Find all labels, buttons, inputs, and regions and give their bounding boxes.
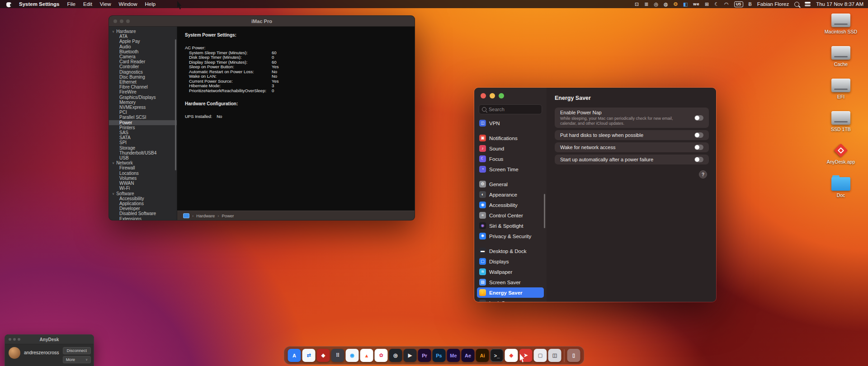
- more-button[interactable]: More ∨: [63, 356, 91, 363]
- dock-media-encoder-icon[interactable]: Me: [447, 349, 460, 362]
- chevron-down-icon[interactable]: ∨: [112, 29, 114, 34]
- menu-window[interactable]: Window: [119, 1, 137, 7]
- minimize-button[interactable]: [13, 338, 16, 341]
- search-input[interactable]: [489, 107, 539, 112]
- paint-app-status-icon[interactable]: ◧: [683, 0, 688, 8]
- tree-item-firewall[interactable]: Firewall: [109, 165, 177, 170]
- user-menu[interactable]: Fabian Florez: [757, 1, 789, 7]
- tree-item-graphics-displays[interactable]: Graphics/Displays: [109, 95, 177, 100]
- tree-item-diagnostics[interactable]: Diagnostics: [109, 70, 177, 75]
- wake-network-toggle[interactable]: [694, 145, 703, 150]
- help-button[interactable]: ?: [699, 170, 707, 178]
- desktop-icon-ssd-1tb[interactable]: SSD 1TB: [831, 111, 851, 132]
- hard-disks-sleep-toggle[interactable]: [694, 132, 703, 138]
- tree-item-card-reader[interactable]: Card Reader: [109, 59, 177, 64]
- settings-item-accessibility[interactable]: ◉ Accessibility: [477, 200, 544, 210]
- tree-item-spi[interactable]: SPI: [109, 140, 177, 145]
- settings-item-privacy-security[interactable]: ✱ Privacy & Security: [477, 231, 544, 241]
- tree-item-controller[interactable]: Controller: [109, 64, 177, 69]
- tree-item-accessibility[interactable]: Accessibility: [109, 196, 177, 201]
- window-manager-status-icon[interactable]: ⊞: [705, 0, 709, 8]
- dock-white-app-icon[interactable]: ▢: [534, 349, 547, 362]
- settings-item-screen-saver[interactable]: ▧ Screen Saver: [477, 277, 544, 287]
- zoom-button[interactable]: [18, 338, 20, 341]
- tree-item-ata[interactable]: ATA: [109, 34, 177, 39]
- input-source-indicator[interactable]: US: [734, 1, 743, 7]
- dock-safari-icon[interactable]: ◉: [346, 349, 359, 362]
- tree-section-hardware[interactable]: ∨ Hardware: [109, 29, 177, 34]
- dock-premiere-pro-icon[interactable]: Pr: [418, 349, 431, 362]
- dock-obs-icon[interactable]: ◎: [389, 349, 402, 362]
- settings-item-appearance[interactable]: ◐ Appearance: [477, 189, 544, 200]
- dock-app-store-icon[interactable]: A: [288, 349, 301, 362]
- settings-item-notifications[interactable]: ▣ Notifications: [477, 133, 544, 143]
- settings-item-displays[interactable]: ▢ Displays: [477, 256, 544, 267]
- dock-gallery-icon[interactable]: ◫: [548, 349, 561, 362]
- disconnect-button[interactable]: Disconnect: [63, 347, 91, 354]
- breadcrumb-power[interactable]: Power: [222, 213, 234, 218]
- tree-item-memory[interactable]: Memory: [109, 100, 177, 105]
- control-center-icon[interactable]: [805, 2, 811, 6]
- dock-trash-icon[interactable]: ▯: [567, 349, 580, 362]
- chevron-down-icon[interactable]: ∨: [112, 160, 114, 165]
- settings-item-energy-saver[interactable]: ⚡ Energy Saver: [477, 287, 544, 298]
- menu-view[interactable]: View: [100, 1, 111, 7]
- settings-item-focus[interactable]: ☾ Focus: [477, 154, 544, 164]
- settings-item-vpn[interactable]: ◫ VPN: [477, 118, 544, 128]
- settings-item-wallpaper[interactable]: ≋ Wallpaper: [477, 267, 544, 277]
- startup-after-failure-toggle[interactable]: [694, 157, 703, 162]
- anydesk-titlebar[interactable]: AnyDesk: [5, 335, 94, 344]
- apple-menu-icon[interactable]: [6, 1, 11, 7]
- minimize-button[interactable]: [490, 93, 495, 99]
- color-app-status-icon[interactable]: ❂: [674, 0, 678, 8]
- sidebar-scrollbar[interactable]: [544, 194, 545, 228]
- tree-item-firewire[interactable]: FireWire: [109, 89, 177, 94]
- tree-item-apple-pay[interactable]: Apple Pay: [109, 39, 177, 44]
- tree-item-fibre-channel[interactable]: Fibre Channel: [109, 84, 177, 89]
- power-nap-toggle[interactable]: [694, 115, 703, 121]
- dock-video-editor-icon[interactable]: ▶: [404, 349, 417, 362]
- tree-item-developer[interactable]: Developer: [109, 206, 177, 211]
- settings-item-sound[interactable]: ♪ Sound: [477, 143, 544, 154]
- dock-anydesk-icon[interactable]: ◆: [505, 349, 518, 362]
- tree-item-camera[interactable]: Camera: [109, 54, 177, 59]
- zoom-button[interactable]: [126, 19, 130, 23]
- settings-item-siri-spotlight[interactable]: ◉ Siri & Spotlight: [477, 221, 544, 231]
- screen-share-status-icon[interactable]: ⊡: [635, 0, 639, 8]
- tree-item-sata[interactable]: SATA: [109, 135, 177, 140]
- tree-item-wwan[interactable]: WWAN: [109, 181, 177, 186]
- tree-item-power[interactable]: Power: [109, 120, 177, 125]
- dock-illustrator-icon[interactable]: Ai: [476, 349, 489, 362]
- breadcrumb-h​ardware[interactable]: Hardware: [196, 213, 215, 218]
- dock-photoshop-icon[interactable]: Ps: [433, 349, 446, 362]
- wifi-status-icon[interactable]: ◠: [724, 0, 729, 8]
- menu-help[interactable]: Help: [145, 1, 156, 7]
- tree-section-network[interactable]: ∨ Network: [109, 160, 177, 165]
- tree-item-ethernet[interactable]: Ethernet: [109, 80, 177, 84]
- dock-teamviewer-icon[interactable]: ⇄: [302, 349, 316, 362]
- close-button[interactable]: [9, 338, 11, 341]
- close-button[interactable]: [113, 19, 117, 23]
- keyboard-status-icon[interactable]: ≣: [644, 0, 648, 8]
- tree-item-applications[interactable]: Applications: [109, 201, 177, 206]
- dock-photos-icon[interactable]: ✿: [375, 349, 388, 362]
- dock-terminal-icon[interactable]: >_: [491, 349, 504, 362]
- desktop-icon-doc-folder[interactable]: Doc: [831, 176, 850, 198]
- settings-search-field[interactable]: [479, 104, 542, 114]
- settings-item-screen-time[interactable]: ◔ Screen Time: [477, 164, 544, 174]
- sidebar-scrollbar[interactable]: [175, 39, 176, 170]
- dock-after-effects-icon[interactable]: Ae: [462, 349, 475, 362]
- settings-item-control-center[interactable]: ≡ Control Center: [477, 210, 544, 221]
- desktop-icon-efi[interactable]: EFI: [831, 79, 850, 99]
- settings-item-general[interactable]: ⚙ General: [477, 179, 544, 189]
- dock-brave-icon[interactable]: ▲: [360, 349, 373, 362]
- minimize-button[interactable]: [120, 19, 123, 23]
- tree-item-parallel-scsi[interactable]: Parallel SCSI: [109, 115, 177, 120]
- tree-item-disc-burning[interactable]: Disc Burning: [109, 75, 177, 80]
- settings-item-desktop-dock[interactable]: ▬ Desktop & Dock: [477, 246, 544, 256]
- tree-item-printers[interactable]: Printers: [109, 125, 177, 130]
- tree-item-thunderbolt[interactable]: Thunderbolt/USB4: [109, 150, 177, 155]
- tree-item-wifi[interactable]: Wi-Fi: [109, 186, 177, 191]
- camera-status-icon[interactable]: ◍: [664, 0, 668, 8]
- tree-item-usb[interactable]: USB: [109, 155, 177, 160]
